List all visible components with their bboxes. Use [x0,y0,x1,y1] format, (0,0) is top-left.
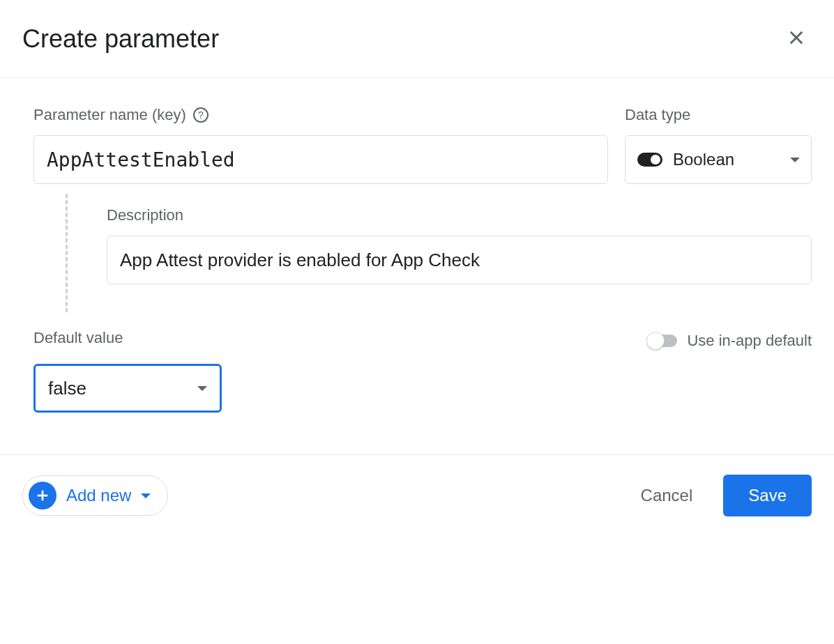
tree-line [66,194,68,312]
dialog-title: Create parameter [22,24,219,54]
footer-actions: Cancel Save [630,475,812,516]
default-value-group: Default value false [33,329,222,413]
data-type-select[interactable]: Boolean [625,135,812,184]
dialog-footer: Add new Cancel Save [0,454,834,536]
svg-point-3 [651,155,660,164]
add-new-button[interactable]: Add new [22,475,168,516]
data-type-selected: Boolean [673,150,780,169]
parameter-name-label-text: Parameter name (key) [33,106,186,124]
description-input[interactable] [107,236,812,284]
boolean-icon [637,152,663,167]
default-value-select[interactable]: false [33,364,222,413]
parameter-name-group: Parameter name (key) ? [33,106,608,184]
dialog-content: Parameter name (key) ? Data type Boolean [0,78,834,454]
in-app-default-group: Use in-app default [648,332,812,350]
chevron-down-icon [790,158,800,162]
data-type-label: Data type [625,106,812,124]
dialog-header: Create parameter [0,0,834,78]
in-app-default-label: Use in-app default [687,332,812,350]
add-new-label: Add new [66,486,131,505]
description-content: Description [107,194,812,312]
parameter-name-input[interactable] [33,135,608,184]
default-value-row: Default value false Use in-app default [33,329,812,413]
create-parameter-dialog: Create parameter Parameter name (key) ? … [0,0,834,536]
chevron-down-icon [141,493,151,498]
description-label: Description [107,206,812,224]
default-value-label: Default value [33,329,222,347]
plus-icon [29,482,56,509]
close-icon [787,28,806,49]
close-button[interactable] [781,22,812,55]
in-app-default-toggle[interactable] [648,335,677,347]
toggle-knob [646,332,665,350]
cancel-button[interactable]: Cancel [630,477,704,514]
description-section: Description [33,194,812,312]
top-row: Parameter name (key) ? Data type Boolean [33,106,812,184]
parameter-name-label: Parameter name (key) ? [33,106,608,124]
save-button[interactable]: Save [723,475,812,516]
data-type-group: Data type Boolean [625,106,812,184]
help-icon[interactable]: ? [193,107,208,123]
chevron-down-icon [197,386,207,391]
default-value-selected: false [48,378,86,399]
